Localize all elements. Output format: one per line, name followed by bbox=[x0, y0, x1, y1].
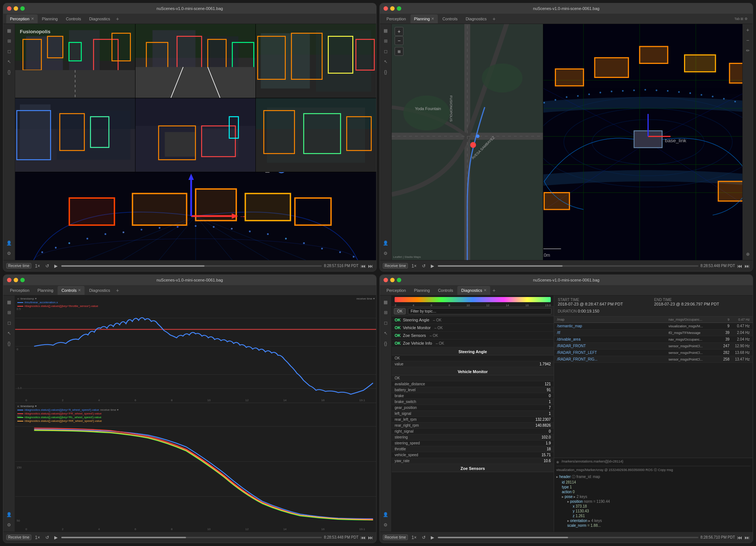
minimize-btn-br[interactable] bbox=[390, 278, 395, 282]
pb-play-tl[interactable]: ▶ bbox=[53, 263, 59, 269]
tool-cursor-tr[interactable]: ↖ bbox=[381, 57, 390, 66]
tool-grid-tr[interactable]: ⊞ bbox=[381, 37, 390, 45]
tab-controls-br[interactable]: Controls bbox=[434, 286, 457, 295]
tab-close-diagnostics-br[interactable]: ✕ bbox=[484, 289, 487, 292]
tool-crosshair-tr[interactable]: ⊕ bbox=[743, 250, 752, 259]
tab-planning-br[interactable]: Planning bbox=[410, 286, 434, 295]
tab-planning-tr[interactable]: Planning ✕ bbox=[410, 14, 438, 23]
tool-user-bl[interactable]: 👤 bbox=[5, 510, 14, 519]
tool-settings-tl[interactable]: ⚙ bbox=[5, 249, 14, 258]
pb-skip-end-tl[interactable]: ⏭ bbox=[368, 263, 373, 269]
pb-skip-end-bl[interactable]: ⏭ bbox=[368, 535, 373, 540]
receive-time-btn-tl[interactable]: Receive time bbox=[6, 263, 31, 269]
tool-camera-tl[interactable]: ◻ bbox=[5, 47, 14, 56]
tab-close-planning-tr[interactable]: ✕ bbox=[431, 17, 434, 21]
pb-rewind-br[interactable]: ↺ bbox=[420, 534, 427, 541]
map-layers-tr[interactable]: ⊞ bbox=[395, 47, 403, 56]
pb-timeline-br[interactable] bbox=[438, 537, 698, 538]
receive-time-btn-tr[interactable]: Receive time bbox=[383, 263, 408, 269]
pb-rewind-tr[interactable]: ↺ bbox=[420, 263, 427, 269]
tool-camera-br[interactable]: ◻ bbox=[381, 318, 390, 327]
tool-grid-bl[interactable]: ⊞ bbox=[5, 308, 14, 317]
close-btn-br[interactable] bbox=[384, 278, 388, 282]
tab-close-controls-bl[interactable]: ✕ bbox=[78, 289, 81, 292]
tool-user-br[interactable]: 👤 bbox=[381, 510, 390, 519]
pb-skip-end-br[interactable]: ⏭ bbox=[745, 535, 750, 540]
tool-panel-br[interactable]: ▦ bbox=[381, 298, 390, 307]
receive-time-btn-br[interactable]: Receive time bbox=[383, 535, 408, 540]
tab-add-tr[interactable]: + bbox=[491, 16, 497, 22]
pb-speed-tl[interactable]: 1× bbox=[34, 263, 42, 269]
tool-camera-tr[interactable]: ◻ bbox=[381, 47, 390, 56]
pb-speed-tr[interactable]: 1× bbox=[410, 263, 418, 269]
maximize-btn-bl[interactable] bbox=[20, 278, 25, 282]
pb-timeline-tl[interactable] bbox=[61, 265, 322, 267]
pb-skip-start-br[interactable]: ⏮ bbox=[737, 535, 742, 540]
diag-ok-btn[interactable]: OK bbox=[394, 308, 406, 314]
tool-cursor-bl[interactable]: ↖ bbox=[5, 329, 14, 338]
tab-add-tl[interactable]: + bbox=[114, 16, 120, 22]
tab-controls-tr[interactable]: Controls bbox=[439, 14, 461, 23]
tool-marker-tr[interactable]: {} bbox=[381, 68, 390, 76]
tab-diagnostics-bl[interactable]: Diagnostics bbox=[85, 286, 114, 295]
close-btn[interactable] bbox=[7, 6, 11, 11]
maximize-btn-br[interactable] bbox=[397, 278, 401, 282]
diag-filter-input[interactable] bbox=[408, 308, 551, 314]
tab-diagnostics-tl[interactable]: Diagnostics bbox=[85, 14, 114, 23]
maximize-btn[interactable] bbox=[20, 6, 25, 11]
tool-grid-tl[interactable]: ⊞ bbox=[5, 37, 14, 45]
pb-skip-start-tl[interactable]: ⏮ bbox=[361, 263, 366, 269]
tool-panel-bl[interactable]: ▦ bbox=[5, 298, 14, 307]
tool-settings-tr[interactable]: ⚙ bbox=[381, 249, 390, 258]
maximize-btn-tr[interactable] bbox=[397, 6, 401, 11]
tool-panel-tr[interactable]: ▦ bbox=[381, 26, 390, 35]
pb-speed-br[interactable]: 1× bbox=[410, 534, 418, 541]
tool-marker-br[interactable]: {} bbox=[381, 339, 390, 348]
tab-perception-br[interactable]: Perception bbox=[383, 286, 410, 295]
minimize-btn-tr[interactable] bbox=[390, 6, 395, 11]
map-zoom-in-tr[interactable]: + bbox=[395, 27, 403, 36]
receive-time-btn-bl[interactable]: Receive time bbox=[6, 535, 31, 540]
tab-controls-tl[interactable]: Controls bbox=[62, 14, 85, 23]
minimize-btn-bl[interactable] bbox=[14, 278, 18, 282]
tool-marker-bl[interactable]: {} bbox=[5, 339, 14, 348]
pb-play-tr[interactable]: ▶ bbox=[429, 263, 436, 269]
pb-skip-start-tr[interactable]: ⏮ bbox=[737, 263, 742, 269]
pb-play-br[interactable]: ▶ bbox=[429, 534, 436, 541]
tab-perception-bl[interactable]: Perception bbox=[6, 286, 33, 295]
tool-camera-bl[interactable]: ◻ bbox=[5, 318, 14, 327]
tab-diagnostics-br[interactable]: Diagnostics ✕ bbox=[457, 286, 490, 295]
tool-cursor-tl[interactable]: ↖ bbox=[5, 57, 14, 66]
tool-user-tr[interactable]: 👤 bbox=[381, 239, 390, 248]
tool-pencil-tr[interactable]: ✏ bbox=[743, 46, 752, 55]
pb-timeline-tr[interactable] bbox=[438, 265, 698, 267]
pb-play-bl[interactable]: ▶ bbox=[53, 534, 59, 541]
tool-panel-tl[interactable]: ▦ bbox=[5, 26, 14, 35]
map-zoom-out-tr[interactable]: − bbox=[395, 36, 403, 45]
tab-add-bl[interactable]: + bbox=[114, 287, 120, 293]
pb-skip-start-bl[interactable]: ⏮ bbox=[361, 535, 366, 540]
tool-cursor-br[interactable]: ↖ bbox=[381, 329, 390, 338]
minimize-btn[interactable] bbox=[14, 6, 18, 11]
tab-close-perception-tl[interactable]: ✕ bbox=[31, 17, 34, 21]
pb-skip-end-tr[interactable]: ⏭ bbox=[745, 263, 750, 269]
tab-diagnostics-tr[interactable]: Diagnostics bbox=[462, 14, 490, 23]
diag-timeline-bar[interactable] bbox=[395, 297, 551, 302]
tool-settings-br[interactable]: ⚙ bbox=[381, 521, 390, 529]
pb-rewind-bl[interactable]: ↺ bbox=[44, 534, 51, 541]
tool-settings-bl[interactable]: ⚙ bbox=[5, 521, 14, 529]
tab-perception-tl[interactable]: Perception ✕ bbox=[6, 14, 38, 23]
tab-planning-bl[interactable]: Planning bbox=[34, 286, 57, 295]
tab-perception-tr[interactable]: Perception bbox=[383, 14, 410, 23]
close-btn-bl[interactable] bbox=[7, 278, 11, 282]
pb-rewind-tl[interactable]: ↺ bbox=[44, 263, 51, 269]
tool-zoom-in-3d-tr[interactable]: + bbox=[743, 25, 752, 34]
close-btn-tr[interactable] bbox=[384, 6, 388, 11]
pb-timeline-bl[interactable] bbox=[61, 537, 322, 538]
tab-planning-tl[interactable]: Planning bbox=[38, 14, 62, 23]
tool-plus-tl[interactable]: {} bbox=[5, 68, 14, 76]
pb-speed-bl[interactable]: 1× bbox=[34, 534, 42, 541]
tool-grid-br[interactable]: ⊞ bbox=[381, 308, 390, 317]
tab-add-br[interactable]: + bbox=[491, 287, 497, 293]
tool-user-tl[interactable]: 👤 bbox=[5, 239, 14, 248]
